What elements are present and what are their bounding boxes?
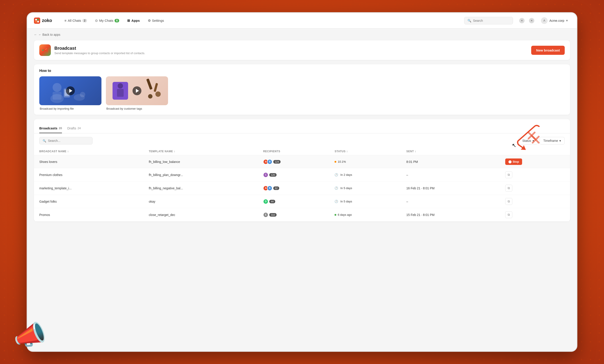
svg-point-11 <box>80 92 85 97</box>
row-1-action: ⬤ Stop <box>500 155 570 168</box>
svg-point-12 <box>118 83 123 88</box>
row-5-action: ⧉ <box>500 208 570 222</box>
table-row: Shoes lovers fh_billing_low_balance A B … <box>34 155 570 168</box>
copy-button-3[interactable]: ⧉ <box>505 185 512 191</box>
video-cards: Broadcast by importing file <box>39 76 565 110</box>
back-link[interactable]: ← ← Back to apps <box>34 33 570 36</box>
how-to-section: How to <box>34 64 570 115</box>
stop-button[interactable]: ⬤ Stop <box>505 159 522 165</box>
svg-rect-3 <box>37 21 39 22</box>
timeframe-filter-button[interactable]: Timeframe ▾ <box>540 137 565 144</box>
status-badge-5: 6 days ago <box>335 213 396 216</box>
all-chats-icon: ≡ <box>65 19 67 22</box>
col-sent: SENT ↕ <box>401 148 500 155</box>
play-button-2[interactable] <box>133 86 141 95</box>
all-chats-badge: 2 <box>82 19 87 22</box>
svg-rect-14 <box>146 78 152 90</box>
new-broadcast-button[interactable]: New broadcast <box>531 46 565 55</box>
row-5-status: 6 days ago <box>329 208 401 222</box>
row-4-recipients: D 44 <box>258 195 329 208</box>
row-3-name: marketing_template_i... <box>34 182 143 195</box>
table-row: Gadget folks okay D 44 🕐 In 5 days <box>34 195 570 208</box>
status-badge-3: 🕐 In 5 days <box>335 187 396 190</box>
video-thumb-1 <box>39 76 101 105</box>
tab-broadcasts[interactable]: Broadcasts 20 <box>39 124 62 133</box>
video-label-2: Broadcast by customer tags <box>106 107 168 110</box>
status-text-4: In 5 days <box>340 200 352 203</box>
row-1-status: 10.1% <box>329 155 401 168</box>
search-icon: 🔍 <box>467 19 471 22</box>
row-3-action: ⧉ <box>500 182 570 195</box>
svg-rect-2 <box>35 21 37 22</box>
broadcasts-section: Broadcasts 20 Drafts 24 🔍 Status ▾ <box>34 119 570 222</box>
copy-button-2[interactable]: ⧉ <box>505 171 512 178</box>
row-5-recipients: E 310 <box>258 208 329 222</box>
broadcasts-table: BROADCAST NAME ↕ TEMPLATE NAME ↕ RECIPIE… <box>34 148 570 222</box>
tab-broadcasts-label: Broadcasts <box>39 126 58 130</box>
svg-point-16 <box>155 91 161 97</box>
status-filter-button[interactable]: Status ▾ <box>518 137 538 144</box>
app-header: Broadcast Send template messages to grou… <box>34 40 570 60</box>
stop-label: Stop <box>513 160 519 163</box>
recipient-count-3: 62 <box>273 187 279 190</box>
copy-button-4[interactable]: ⧉ <box>505 198 512 205</box>
recipients-avatars-1: A B 124 <box>263 159 324 164</box>
tabs-row: Broadcasts 20 Drafts 24 <box>34 124 570 133</box>
my-chats-icon: ⊙ <box>95 19 98 23</box>
status-text-2: In 2 days <box>340 173 352 176</box>
top-nav: zoko ≡ All Chats 2 ⊙ My Chats 6 ⊞ Apps ⚙… <box>27 13 577 28</box>
tab-drafts-count: 24 <box>77 126 81 130</box>
copy-button-5[interactable]: ⧉ <box>505 211 512 218</box>
apps-label: Apps <box>131 19 140 22</box>
nav-item-my-chats[interactable]: ⊙ My Chats 6 <box>91 17 123 25</box>
main-content: ← ← Back to apps Broadcast Send template… <box>27 28 577 351</box>
row-3-template: fh_billing_negative_bal... <box>143 182 258 195</box>
row-3-status: 🕐 In 5 days <box>329 182 401 195</box>
row-5-name: Promos <box>34 208 143 222</box>
apps-icon: ⊞ <box>127 19 130 23</box>
browser-window: zoko ≡ All Chats 2 ⊙ My Chats 6 ⊞ Apps ⚙… <box>27 12 577 352</box>
row-4-action: ⧉ <box>500 195 570 208</box>
user-name: Acme.corp <box>549 19 564 22</box>
video-card-1[interactable]: Broadcast by importing file <box>39 76 101 110</box>
table-row: Premium clothes fh_billing_plan_downgr..… <box>34 168 570 182</box>
clock-icon-3: 🕐 <box>335 187 338 190</box>
recipient-count-1: 124 <box>273 160 280 163</box>
recipient-count-2: 120 <box>269 173 276 177</box>
chevron-down-icon: ▾ <box>566 18 568 23</box>
row-2-action: ⧉ <box>500 168 570 182</box>
how-to-title: How to <box>39 69 565 73</box>
user-badge[interactable]: A Acme.corp ▾ <box>539 16 570 25</box>
settings-label: Settings <box>152 19 164 22</box>
nav-item-apps[interactable]: ⊞ Apps <box>124 17 143 25</box>
recipients-avatars-4: D 44 <box>263 199 324 204</box>
megaphone-decoration: 📣 <box>13 319 47 351</box>
avatar-5: B <box>267 186 272 191</box>
status-dot-1 <box>335 161 336 163</box>
broadcasts-search-input[interactable] <box>48 139 89 142</box>
table-row: Promos close_retarget_dec E 310 6 days <box>34 208 570 222</box>
nav-item-all-chats[interactable]: ≡ All Chats 2 <box>61 17 90 24</box>
tab-broadcasts-count: 20 <box>59 126 62 130</box>
row-4-status: 🕐 In 5 days <box>329 195 401 208</box>
row-4-template: okay <box>143 195 258 208</box>
nav-item-settings[interactable]: ⚙ Settings <box>144 17 168 25</box>
svg-point-6 <box>53 83 62 92</box>
tab-drafts[interactable]: Drafts 24 <box>67 124 81 133</box>
play-button-1[interactable] <box>66 86 75 95</box>
avatar-6: D <box>263 199 268 204</box>
logo[interactable]: zoko <box>34 18 52 24</box>
close-button-2[interactable]: ✕ <box>529 18 534 23</box>
video-card-2[interactable]: Broadcast by customer tags <box>106 76 168 110</box>
clock-icon-4: 🕐 <box>335 200 338 203</box>
search-input[interactable] <box>473 19 510 22</box>
recipients-avatars-2: C 120 <box>263 172 324 177</box>
close-button-1[interactable]: ✕ <box>519 18 525 23</box>
row-5-sent: 15 Feb 21 · 8:01 PM <box>401 208 500 222</box>
status-badge-1: 10.1% <box>335 160 396 163</box>
row-2-status: 🕐 In 2 days <box>329 168 401 182</box>
search-bar[interactable]: 🔍 <box>464 17 513 25</box>
purple-decoration <box>113 82 128 100</box>
broadcasts-search[interactable]: 🔍 <box>39 137 93 144</box>
row-2-name: Premium clothes <box>34 168 143 182</box>
